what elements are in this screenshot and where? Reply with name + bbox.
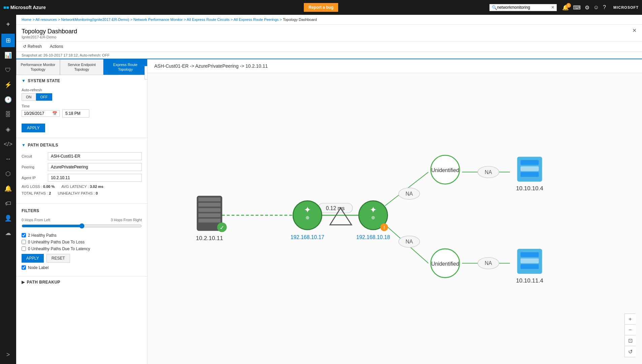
time-input[interactable]	[62, 109, 89, 118]
actions-button[interactable]: Actions	[49, 43, 64, 49]
sidebar-item-add[interactable]: +	[1, 18, 15, 31]
notification-bell[interactable]: 🔔 5	[562, 4, 569, 11]
calendar-icon[interactable]: 📅	[52, 111, 57, 116]
svg-rect-33	[520, 172, 539, 177]
sidebar-item-dashboard[interactable]: ⊞	[1, 34, 15, 47]
unhealthy-loss-checkbox[interactable]	[22, 240, 26, 244]
sidebar-item-apps[interactable]: ⚡	[1, 78, 15, 92]
system-state-body: Auto-refresh ON OFF Time	[16, 85, 147, 136]
clear-search-icon[interactable]: ✕	[551, 5, 554, 10]
svg-text:⊕: ⊕	[371, 215, 375, 220]
path-details-body: Circuit Peering Agent IP AVG LOSS :	[16, 150, 147, 202]
toggle-on-button[interactable]: ON	[22, 93, 36, 101]
left-panel: ‹ Performance Monitor Topology Service E…	[16, 59, 148, 364]
total-paths-stat: TOTAL PATHS : 2	[22, 191, 51, 195]
breadcrumb-all-resources[interactable]: All resources	[35, 18, 57, 22]
breadcrumb-npm[interactable]: Network Performance Monitor	[133, 18, 183, 22]
filter-reset-button[interactable]: RESET	[46, 254, 70, 263]
path-details-chevron: ▼	[22, 143, 26, 147]
top-icons: 🔔 5 ⌨ ⚙ ☺ ? MICROSOFT	[562, 4, 639, 11]
path-details-title: PATH DETAILS	[28, 143, 58, 147]
close-button[interactable]: ✕	[632, 28, 637, 33]
tab-express-route[interactable]: Express Route Topology	[103, 59, 147, 75]
terminal-icon[interactable]: ⌨	[573, 4, 581, 11]
svg-rect-16	[198, 219, 221, 222]
upper-dest-label: 10.10.10.4	[516, 185, 543, 192]
topology-svg-wrap: NA NA NA NA 0.12 ms	[148, 76, 642, 364]
na-upper-label: NA	[485, 169, 492, 175]
time-label: Time	[22, 104, 142, 108]
stats-row-2: TOTAL PATHS : 2 UNHEALTHY PATHS : 0	[22, 191, 142, 195]
sidebar-item-database[interactable]: 🗄	[1, 108, 15, 121]
search-bar: 🔍 ✕ 🔔 5 ⌨ ⚙ ☺ ? MICROSOFT	[489, 4, 639, 11]
notification-badge: 5	[566, 3, 571, 8]
apply-time-button[interactable]: APPLY	[22, 124, 45, 132]
refresh-button[interactable]: ↺ Refresh	[22, 43, 43, 49]
breadcrumb: Home > All resources > NetworkMonitoring…	[16, 15, 642, 25]
breadcrumb-network-monitoring[interactable]: NetworkMonitoring(Ignite2017-ER-Demo)	[61, 18, 129, 22]
smiley-icon[interactable]: ☺	[593, 4, 599, 10]
sidebar-item-code[interactable]: ↔	[1, 152, 15, 166]
node-label-row: Node Label	[22, 265, 142, 270]
search-input[interactable]	[497, 5, 551, 10]
breadcrumb-home[interactable]: Home	[22, 18, 31, 22]
sidebar-item-cloud[interactable]: ☁	[1, 226, 15, 240]
breadcrumb-peerings[interactable]: All Express Route Peerings	[233, 18, 279, 22]
panel-collapse-button[interactable]: ‹	[145, 66, 148, 79]
page-title-block: Topology Dashboard Ignite2017-ER-Demo	[22, 28, 77, 39]
path-details-header[interactable]: ▼ PATH DETAILS	[16, 139, 147, 150]
agent-ip-input[interactable]	[48, 174, 142, 182]
sidebar-item-expand[interactable]: >	[1, 348, 15, 361]
healthy-paths-checkbox[interactable]	[22, 233, 26, 237]
date-input-wrap: 📅	[22, 110, 60, 117]
svg-text:✓: ✓	[220, 225, 224, 231]
hops-slider[interactable]	[22, 223, 142, 229]
zoom-out-button[interactable]: −	[625, 325, 636, 335]
azure-logo: ■■ Microsoft Azure	[3, 5, 46, 10]
sidebar-item-monitor[interactable]: 📊	[1, 48, 15, 62]
sidebar-item-tag[interactable]: 🏷	[1, 197, 15, 210]
svg-rect-13	[198, 203, 221, 206]
help-icon[interactable]: ?	[603, 4, 606, 10]
page-title: Topology Dashboard	[22, 28, 77, 35]
divider-1	[16, 138, 147, 138]
zoom-reset-button[interactable]: ↺	[625, 346, 636, 357]
sidebar-item-notification[interactable]: 🔔	[1, 182, 15, 195]
settings-icon[interactable]: ⚙	[585, 4, 589, 11]
avg-loss-stat: AVG LOSS : 0.00 %	[22, 185, 55, 189]
unhealthy-paths-stat: UNHEALTHY PATHS : 0	[58, 191, 98, 195]
unhealthy-latency-checkbox[interactable]	[22, 246, 26, 251]
system-state-title: SYSTEM STATE	[28, 78, 60, 83]
unhealthy-loss-label: 0 Unhealthy Paths Due To Loss	[28, 240, 85, 244]
breadcrumb-current: Topology Dashboard	[283, 18, 317, 22]
avg-latency-stat: AVG LATENCY : 3.02 ms	[61, 185, 103, 189]
zoom-fit-button[interactable]: ⊡	[625, 335, 636, 346]
node-label-checkbox[interactable]	[22, 265, 26, 270]
sidebar-item-dev[interactable]: </>	[1, 137, 15, 151]
agent-ip-row: Agent IP	[22, 174, 142, 182]
date-input[interactable]	[24, 111, 51, 116]
peering-input[interactable]	[48, 163, 142, 171]
system-state-header[interactable]: ▼ SYSTEM STATE	[16, 75, 147, 85]
tab-performance-monitor[interactable]: Performance Monitor Topology	[16, 59, 60, 75]
filter-apply-button[interactable]: APPLY	[22, 254, 44, 263]
divider-2	[16, 203, 147, 204]
toggle-off-button[interactable]: OFF	[36, 93, 52, 101]
sidebar-item-network[interactable]: ◈	[1, 123, 15, 136]
sidebar-item-security[interactable]: 🛡	[1, 63, 15, 77]
tab-service-endpoint[interactable]: Service Endpoint Topology	[60, 59, 104, 75]
filters-header[interactable]: FILTERS	[16, 205, 147, 215]
toolbar: ↺ Refresh Actions	[16, 41, 642, 52]
report-bug-button[interactable]: Report a bug	[304, 3, 338, 12]
unhealthy-latency-label: 0 Unhealthy Paths Due To Latency	[28, 246, 90, 251]
breadcrumb-circuits[interactable]: All Express Route Circuits	[187, 18, 229, 22]
sidebar-item-people[interactable]: 👤	[1, 211, 15, 225]
zoom-in-button[interactable]: +	[625, 314, 636, 325]
healthy-paths-row: 2 Healthy Paths	[22, 233, 142, 238]
ms-logo: MICROSOFT	[613, 5, 639, 9]
path-breakup-header[interactable]: ▶ PATH BREAKUP	[16, 276, 147, 288]
sidebar-item-puzzle[interactable]: ⬡	[1, 167, 15, 180]
unhealthy-loss-row: 0 Unhealthy Paths Due To Loss	[22, 240, 142, 244]
circuit-input[interactable]	[48, 152, 142, 160]
sidebar-item-clock[interactable]: 🕐	[1, 93, 15, 106]
